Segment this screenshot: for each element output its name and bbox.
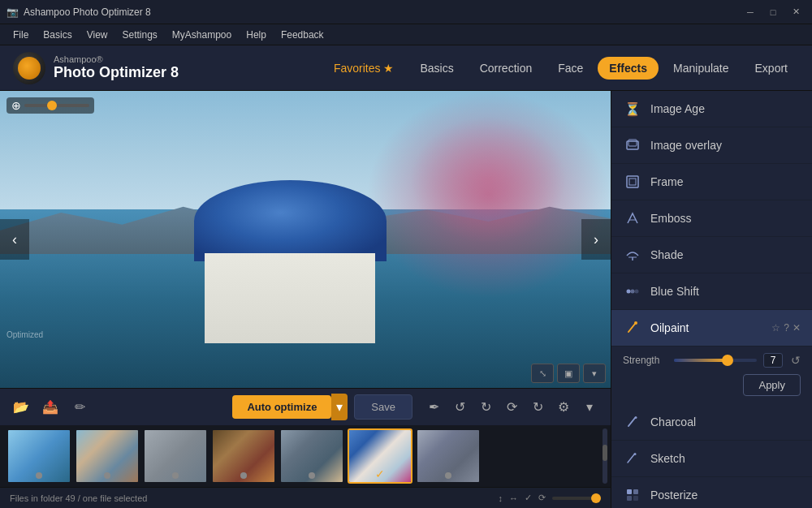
menu-settings[interactable]: Settings [115, 28, 163, 42]
titlebar-left: 📷 Ashampoo Photo Optimizer 8 [6, 6, 151, 18]
blue-shift-icon [623, 282, 642, 301]
posterize-icon [623, 485, 642, 505]
tool-icon-4[interactable]: ⟳ [500, 396, 523, 419]
filmstrip-thumb-1[interactable] [6, 428, 71, 484]
filmstrip-thumb-6[interactable]: ✓ [348, 428, 412, 484]
filmstrip-thumb-2[interactable] [75, 428, 140, 484]
filmstrip-thumb-7[interactable] [416, 428, 481, 484]
status-icon-1[interactable]: ↕ [499, 493, 503, 503]
next-arrow-icon: › [594, 231, 598, 248]
svg-rect-12 [627, 496, 632, 501]
import-tool-icon[interactable]: 📂 [10, 396, 32, 419]
image-area: ⊕ ‹ › Optimized ⤡ ▣ ▾ [0, 91, 611, 508]
next-image-button[interactable]: › [581, 219, 611, 260]
maximize-button[interactable]: □ [763, 4, 783, 20]
filmstrip-scrollbar[interactable] [603, 428, 607, 484]
effect-oilpaint[interactable]: Oilpaint ☆ ? ✕ [611, 310, 812, 347]
apply-button[interactable]: Apply [743, 374, 801, 396]
nav-manipulate[interactable]: Manipulate [662, 57, 741, 80]
nav-export[interactable]: Export [744, 57, 799, 80]
oilpaint-close-btn[interactable]: ✕ [793, 322, 801, 334]
image-top-bar: ⊕ [6, 97, 94, 114]
tool-icon-3[interactable]: ↻ [474, 396, 497, 419]
effect-emboss[interactable]: Emboss [611, 200, 812, 237]
strength-reset-btn[interactable]: ↺ [791, 354, 801, 367]
menu-basics[interactable]: Basics [37, 28, 78, 42]
strength-slider-row: Strength 7 ↺ [611, 347, 812, 371]
filmstrip-thumb-4[interactable] [211, 428, 276, 484]
status-icon-4[interactable]: ⟳ [538, 493, 546, 503]
nav-effects[interactable]: Effects [598, 57, 659, 80]
svg-rect-3 [629, 179, 636, 185]
photo-display [0, 91, 611, 388]
nav-favorites[interactable]: Favorites ★ [322, 57, 405, 80]
oilpaint-favorite-btn[interactable]: ☆ [771, 322, 780, 334]
filmstrip: ✓ [0, 425, 611, 487]
shade-label: Shade [650, 248, 801, 261]
effect-charcoal[interactable]: Charcoal [611, 404, 812, 441]
thumb-dot-7 [445, 472, 451, 479]
effect-shade[interactable]: Shade [611, 237, 812, 273]
save-button[interactable]: Save [354, 394, 412, 420]
tool-icon-5[interactable]: ↻ [526, 396, 549, 419]
brand-sub: Ashampoo® [54, 54, 179, 64]
tool-icon-2[interactable]: ↺ [448, 396, 471, 419]
effect-blue-shift[interactable]: Blue Shift [611, 273, 812, 310]
tool-icon-1[interactable]: ✒ [422, 396, 445, 419]
status-icon-3[interactable]: ✓ [525, 493, 532, 503]
charcoal-icon [623, 412, 642, 432]
image-viewport: ⊕ ‹ › Optimized ⤡ ▣ ▾ [0, 91, 611, 388]
main-nav: Favorites ★ Basics Correction Face Effec… [322, 57, 799, 80]
zoom-slider[interactable] [24, 104, 89, 107]
prev-image-button[interactable]: ‹ [0, 219, 29, 260]
more-tool-icon[interactable]: ▾ [578, 396, 601, 419]
effect-sketch[interactable]: Sketch [611, 441, 812, 477]
effect-image-age[interactable]: ⏳ Image Age [611, 91, 812, 127]
nav-face[interactable]: Face [546, 57, 594, 80]
oilpaint-icon [623, 318, 642, 338]
statusbar: Files in folder 49 / one file selected ↕… [0, 487, 611, 508]
close-button[interactable]: ✕ [786, 4, 806, 20]
nav-correction[interactable]: Correction [469, 57, 544, 80]
menu-file[interactable]: File [6, 28, 35, 42]
zoom-out-icon[interactable]: ⊕ [11, 99, 21, 112]
blue-shift-label: Blue Shift [650, 285, 801, 298]
filmstrip-thumb-5[interactable] [279, 428, 344, 484]
window-controls: ─ □ ✕ [741, 4, 806, 20]
effect-image-overlay[interactable]: Image overlay [611, 127, 812, 164]
menu-feedback[interactable]: Feedback [274, 28, 330, 42]
svg-rect-2 [627, 176, 638, 187]
zoom-control[interactable]: ⊕ [6, 97, 94, 114]
image-age-icon: ⏳ [623, 99, 642, 118]
auto-optimize-button[interactable]: Auto optimize [232, 395, 331, 419]
oilpaint-help-btn[interactable]: ? [784, 322, 789, 334]
settings-tool-icon[interactable]: ⚙ [552, 396, 575, 419]
menu-myashampoo[interactable]: MyAshampoo [166, 28, 238, 42]
strength-slider-thumb[interactable] [722, 355, 733, 366]
menu-help[interactable]: Help [240, 28, 273, 42]
bottom-toolbar: 📂 📤 ✏ Auto optimize ▾ Save ✒ ↺ ↻ ⟳ ↻ ⚙ ▾ [0, 388, 611, 425]
minimize-button[interactable]: ─ [741, 4, 760, 20]
export-tool-icon[interactable]: 📤 [39, 396, 62, 419]
strength-slider[interactable] [674, 359, 757, 362]
charcoal-label: Charcoal [650, 415, 801, 428]
auto-optimize-dropdown[interactable]: ▾ [331, 394, 348, 420]
menu-view[interactable]: View [80, 28, 114, 42]
fullscreen-button[interactable]: ⤡ [531, 364, 554, 383]
status-icon-2[interactable]: ↔ [509, 493, 518, 503]
oilpaint-label: Oilpaint [650, 321, 763, 334]
edit-tool-icon[interactable]: ✏ [68, 396, 91, 419]
sketch-icon [623, 449, 642, 468]
image-overlay-icon [623, 136, 642, 155]
effect-posterize[interactable]: Posterize [611, 477, 812, 508]
brand: Ashampoo® Photo Optimizer 8 [13, 52, 179, 84]
strength-value[interactable]: 7 [763, 353, 783, 368]
filmstrip-thumb-3[interactable] [143, 428, 208, 484]
status-slider[interactable] [552, 497, 601, 500]
view-options-button[interactable]: ▾ [583, 364, 606, 383]
header: Ashampoo® Photo Optimizer 8 Favorites ★ … [0, 45, 812, 91]
svg-point-8 [635, 416, 637, 419]
view-mode-button[interactable]: ▣ [557, 364, 580, 383]
nav-basics[interactable]: Basics [408, 57, 464, 80]
effect-frame[interactable]: Frame [611, 164, 812, 200]
